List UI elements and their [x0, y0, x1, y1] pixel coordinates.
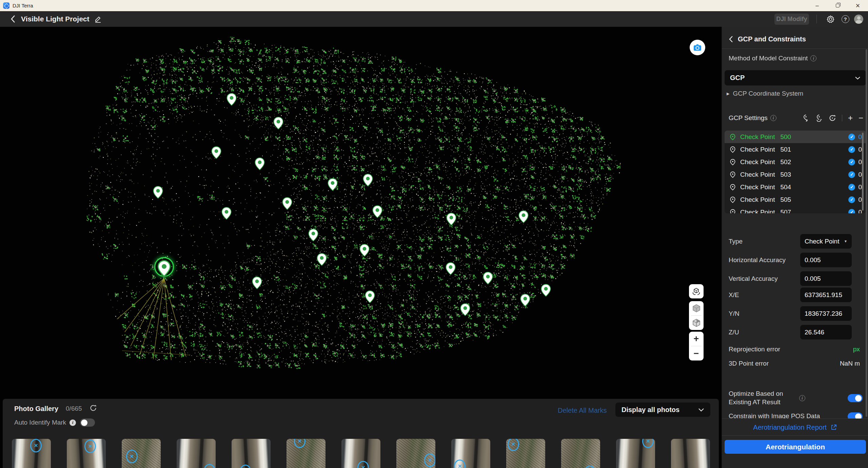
thumbnail-image[interactable]: ✕: [396, 439, 435, 468]
photo-thumbnail[interactable]: ✕ DJI_202506031028...: [67, 439, 106, 468]
gcp-marker[interactable]: [255, 157, 265, 170]
gcp-marker[interactable]: [359, 244, 370, 257]
checkpoint-row[interactable]: Check Point 501 ✓ 0: [725, 143, 866, 156]
thumbnail-image[interactable]: ✕: [122, 439, 161, 468]
photo-thumbnail[interactable]: ✕ DJI_202506031033...: [232, 439, 271, 468]
checkpoint-row[interactable]: Check Point 503 ✓ 0: [725, 168, 866, 181]
import-gcp-icon[interactable]: [802, 114, 810, 122]
checkpoint-row[interactable]: Check Point 507 ✓ 0: [725, 206, 866, 213]
gcp-marker[interactable]: [446, 213, 457, 226]
photo-thumbnail[interactable]: ✕ DJI_202506031028...: [341, 439, 380, 468]
gcp-marker[interactable]: [273, 117, 284, 130]
zoom-out-button[interactable]: −: [689, 346, 704, 360]
xe-input[interactable]: 6373651.915: [800, 288, 852, 302]
checkpoint-row[interactable]: Check Point 505 ✓ 0: [725, 193, 866, 206]
delete-all-marks-button[interactable]: Delete All Marks: [558, 407, 607, 414]
add-point-button[interactable]: +: [848, 115, 853, 121]
panel-scrollbar[interactable]: [866, 49, 867, 417]
photo-thumbnail[interactable]: ✕ DJI_202506031028...: [451, 439, 490, 468]
gcp-marker[interactable]: [363, 174, 373, 187]
photo-thumbnail[interactable]: ✕ DJI_202506031027...: [616, 439, 655, 468]
reset-gcp-icon[interactable]: [829, 114, 836, 122]
gcp-marker-selected[interactable]: [157, 260, 171, 277]
thumbnail-image[interactable]: ✕: [67, 439, 106, 468]
window-close-button[interactable]: ×: [848, 0, 868, 11]
photo-thumbnail[interactable]: ✕ DJI_202506031033...: [506, 439, 545, 468]
gcp-marker[interactable]: [211, 146, 222, 159]
gcp-marker[interactable]: [518, 210, 529, 223]
gcp-marker[interactable]: [365, 290, 375, 303]
gcp-marker[interactable]: [317, 253, 327, 266]
checkpoint-row[interactable]: Check Point 502 ✓ 0: [725, 156, 866, 168]
thumbnail-image[interactable]: ✕: [561, 439, 600, 468]
user-avatar[interactable]: [854, 15, 863, 24]
reimport-gcp-icon[interactable]: [815, 114, 823, 122]
zoom-in-button[interactable]: +: [689, 332, 704, 346]
model-view-button[interactable]: [689, 316, 704, 330]
rename-project-button[interactable]: [94, 15, 102, 23]
gcp-marker[interactable]: [328, 178, 338, 191]
thumbnail-image[interactable]: ✕: [177, 439, 216, 468]
thumbnail-image[interactable]: ✕: [451, 439, 490, 468]
zu-input[interactable]: 26.546: [800, 325, 852, 339]
photo-thumbnail[interactable]: ✕ DJI_202506031033...: [122, 439, 161, 468]
gcp-marker[interactable]: [460, 303, 471, 316]
thumbnail-image[interactable]: [671, 439, 710, 468]
gcp-marker[interactable]: [221, 207, 232, 220]
gcp-marker[interactable]: [153, 186, 163, 199]
checkpoint-list[interactable]: Check Point 500 ✓ 0 Check Point 501 ✓ 0 …: [725, 131, 866, 213]
gcp-marker[interactable]: [308, 229, 319, 241]
photo-thumbnail[interactable]: ✕ DJI_202506031027...: [177, 439, 216, 468]
thumbnail-strip[interactable]: ✕ DJI_202506031027...✕ DJI_202506031028.…: [12, 439, 719, 468]
gcp-marker[interactable]: [483, 272, 493, 285]
photo-thumbnail[interactable]: DJI_20250603...: [671, 439, 710, 468]
thumbnail-image[interactable]: ✕: [12, 439, 51, 468]
window-minimize-button[interactable]: –: [807, 0, 827, 11]
gcp-marker[interactable]: [372, 205, 383, 218]
screenshot-button[interactable]: [690, 40, 705, 55]
panel-back-button[interactable]: [729, 36, 733, 43]
checkpoint-row[interactable]: Check Point 500 ✓ 0: [725, 131, 866, 143]
thumbnail-image[interactable]: ✕: [506, 439, 545, 468]
vertical-accuracy-input[interactable]: 0.005: [800, 271, 852, 286]
gcp-coordinate-system-expander[interactable]: ▶ GCP Coordinate System: [727, 90, 803, 97]
auto-identify-toggle[interactable]: [80, 418, 95, 427]
rotate-view-button[interactable]: [689, 284, 704, 298]
window-maximize-button[interactable]: [827, 0, 848, 11]
photo-thumbnail[interactable]: ✕ DJI_202506031033...: [561, 439, 600, 468]
checkpoint-row[interactable]: Check Point 504 ✓ 0: [725, 181, 866, 193]
settings-button[interactable]: [824, 13, 836, 25]
gcp-settings-info-icon[interactable]: i: [770, 115, 776, 121]
constraint-method-dropdown[interactable]: GCP: [725, 70, 866, 85]
thumbnail-image[interactable]: ✕: [287, 439, 326, 468]
type-dropdown[interactable]: Check Point ▼: [800, 234, 852, 249]
gcp-marker[interactable]: [520, 294, 531, 307]
method-info-icon[interactable]: i: [810, 55, 816, 61]
thumbnail-image[interactable]: ✕: [341, 439, 380, 468]
dji-modify-button[interactable]: DJI Modify: [774, 14, 809, 25]
back-button[interactable]: [8, 14, 18, 24]
help-button[interactable]: ?: [839, 13, 851, 25]
gcp-marker[interactable]: [252, 276, 262, 289]
gcp-marker[interactable]: [541, 284, 551, 297]
gcp-marker[interactable]: [226, 93, 237, 106]
optimize-info-icon[interactable]: i: [799, 395, 805, 401]
refresh-gallery-button[interactable]: [90, 404, 97, 413]
gcp-marker[interactable]: [282, 197, 293, 210]
horizontal-accuracy-input[interactable]: 0.005: [800, 253, 852, 267]
photo-filter-dropdown[interactable]: Display all photos: [615, 403, 710, 417]
auto-identify-info-icon[interactable]: i: [70, 420, 76, 426]
aerotriangulation-button[interactable]: Aerotriangulation: [725, 440, 866, 454]
checkpoint-list-scrollbar[interactable]: [862, 133, 864, 211]
photo-thumbnail[interactable]: ✕ DJI_202506031033...: [287, 439, 326, 468]
thumbnail-image[interactable]: ✕: [616, 439, 655, 468]
photo-thumbnail[interactable]: ✕ DJI_202506031028...: [396, 439, 435, 468]
remove-point-button[interactable]: −: [859, 115, 863, 121]
photo-thumbnail[interactable]: ✕ DJI_202506031027...: [12, 439, 51, 468]
optimize-existing-at-toggle[interactable]: [848, 394, 863, 402]
gcp-marker[interactable]: [446, 262, 456, 275]
3d-viewport[interactable]: + − Photo Gallery 0/665 Auto Identify Ma…: [0, 27, 721, 468]
thumbnail-image[interactable]: ✕: [232, 439, 271, 468]
yn-input[interactable]: 1836737.236: [800, 306, 852, 321]
aerotriangulation-report-link[interactable]: Aerotriangulation Report: [722, 424, 868, 431]
